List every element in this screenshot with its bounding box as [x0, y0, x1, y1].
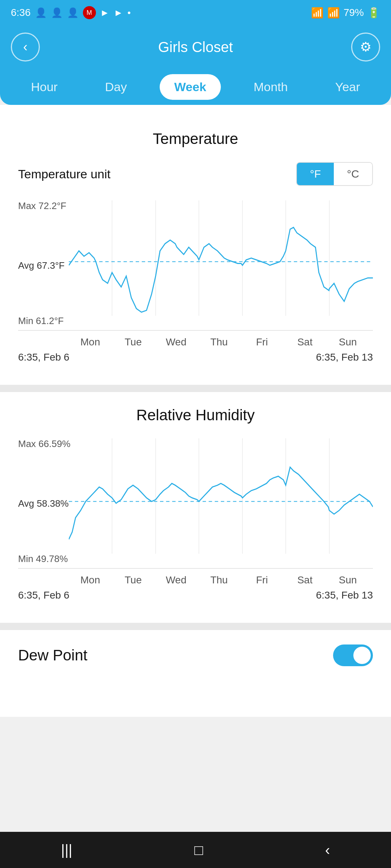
tab-month[interactable]: Month: [239, 74, 302, 100]
temperature-chart: Max 72.2°F Avg 67.3°F Min 61.: [18, 200, 373, 363]
temp-start-date: 6:35, Feb 6: [18, 352, 70, 363]
separator-1: [0, 385, 391, 392]
unit-row: Temperature unit °F °C: [18, 162, 373, 186]
temperature-date-range: 6:35, Feb 6 6:35, Feb 13: [18, 352, 373, 363]
hum-day-tue: Tue: [112, 574, 155, 586]
status-bar: 6:36 👤 👤 👤 M ► ► • 📶 📶 79% 🔋: [0, 0, 391, 25]
facebook-icon2: 👤: [51, 7, 63, 18]
unit-label: Temperature unit: [18, 167, 110, 181]
celsius-button[interactable]: °C: [334, 163, 372, 185]
dew-title: Dew Point: [18, 647, 87, 664]
temp-day-sat: Sat: [283, 336, 327, 348]
temp-day-mon: Mon: [69, 336, 112, 348]
status-bar-right: 📶 📶 79% 🔋: [311, 7, 380, 19]
tab-bar: Hour Day Week Month Year: [0, 69, 391, 105]
hum-day-fri: Fri: [240, 574, 283, 586]
signal-icon: 📶: [327, 7, 340, 19]
hum-day-wed: Wed: [155, 574, 198, 586]
settings-icon: ⚙: [360, 39, 371, 55]
temperature-chart-area: Avg 67.3°F Min 61.2°F: [18, 200, 373, 331]
dew-title-row: Dew Point: [18, 644, 373, 666]
hum-day-thu: Thu: [198, 574, 241, 586]
temp-avg-label: Avg 67.3°F: [18, 260, 64, 271]
hum-end-date: 6:35, Feb 13: [316, 590, 373, 601]
humidity-min-label: Min 49.78%: [18, 553, 68, 565]
temp-day-sun: Sun: [326, 336, 369, 348]
tab-day[interactable]: Day: [91, 74, 141, 100]
hum-day-mon: Mon: [69, 574, 112, 586]
humidity-date-range: 6:35, Feb 6 6:35, Feb 13: [18, 590, 373, 601]
temp-day-thu: Thu: [198, 336, 241, 348]
tab-year[interactable]: Year: [321, 74, 375, 100]
humidity-day-labels: Mon Tue Wed Thu Fri Sat Sun: [18, 574, 373, 586]
home-button[interactable]: □: [184, 838, 214, 862]
humidity-section: Relative Humidity Max 66.59% Avg 58.38%: [0, 392, 391, 616]
header: ‹ Girls Closet ⚙: [0, 25, 391, 69]
dew-section: Dew Point: [0, 630, 391, 673]
temperature-day-labels: Mon Tue Wed Thu Fri Sat Sun: [18, 336, 373, 348]
temperature-title: Temperature: [18, 130, 373, 148]
status-bar-left: 6:36 👤 👤 👤 M ► ► •: [11, 6, 131, 19]
back-icon: ‹: [23, 39, 28, 55]
wifi-icon: 📶: [311, 7, 324, 19]
menu-button[interactable]: |||: [50, 838, 83, 862]
fahrenheit-button[interactable]: °F: [297, 163, 334, 185]
tab-hour[interactable]: Hour: [16, 74, 72, 100]
settings-button[interactable]: ⚙: [351, 33, 380, 61]
facebook-icon: 👤: [35, 7, 47, 18]
humidity-title: Relative Humidity: [18, 407, 373, 424]
dew-toggle[interactable]: [333, 644, 373, 666]
bottom-nav: ||| □ ‹: [0, 832, 391, 868]
temperature-section: Temperature Temperature unit °F °C Max 7…: [0, 116, 391, 378]
time: 6:36: [11, 7, 31, 18]
humidity-chart-area: Avg 58.38% Min 49.78%: [18, 438, 373, 569]
humidity-chart: Max 66.59% Avg 58.38% Min 49.78%: [18, 438, 373, 601]
hum-day-sun: Sun: [326, 574, 369, 586]
temperature-svg: [69, 200, 373, 330]
youtube-icon: ►: [100, 7, 110, 18]
bottom-spacer: [0, 673, 391, 717]
youtube-icon2: ►: [114, 7, 123, 18]
separator-2: [0, 623, 391, 630]
temp-end-date: 6:35, Feb 13: [316, 352, 373, 363]
back-nav-button[interactable]: ‹: [314, 838, 341, 862]
humidity-svg: [69, 438, 373, 568]
temp-day-fri: Fri: [240, 336, 283, 348]
temp-day-tue: Tue: [112, 336, 155, 348]
facebook-icon3: 👤: [67, 7, 79, 18]
hum-day-sat: Sat: [283, 574, 327, 586]
battery-icon: 🔋: [367, 7, 380, 19]
temp-min-label: Min 61.2°F: [18, 315, 64, 327]
tab-week[interactable]: Week: [160, 74, 220, 100]
battery-text: 79%: [344, 7, 364, 18]
back-button[interactable]: ‹: [11, 33, 40, 61]
toggle-knob: [353, 647, 371, 664]
unit-toggle: °F °C: [296, 162, 373, 186]
app-icon: M: [83, 6, 96, 19]
humidity-avg-label: Avg 58.38%: [18, 498, 69, 509]
temp-day-wed: Wed: [155, 336, 198, 348]
dot-icon: •: [127, 7, 131, 18]
header-title: Girls Closet: [158, 39, 233, 55]
hum-start-date: 6:35, Feb 6: [18, 590, 70, 601]
main-content: Temperature Temperature unit °F °C Max 7…: [0, 105, 391, 717]
